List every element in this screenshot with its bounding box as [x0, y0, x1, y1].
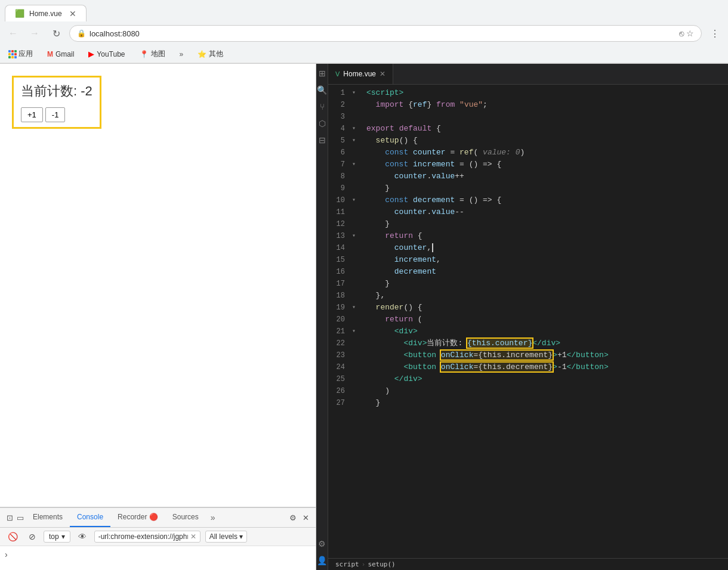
devtools-close-button[interactable]: ✕	[301, 512, 311, 524]
star-icon: ⭐	[198, 50, 206, 58]
bookmark-youtube[interactable]: ▶ YouTube	[85, 48, 128, 60]
share-icon: ⎋	[679, 29, 684, 38]
back-button[interactable]: ←	[5, 25, 21, 42]
tab-title: Home.vue	[29, 10, 62, 18]
console-content: ›	[0, 546, 316, 570]
tab-bar: 🟩 Home.vue ✕	[0, 0, 728, 21]
code-line-22: <div>当前计数: {this.counter}</div>	[364, 337, 728, 349]
code-line-20: return (	[364, 314, 728, 326]
vue-file-icon: V	[335, 70, 340, 78]
code-editor[interactable]: 12345 678910 1112131415 1617181920 21222…	[328, 85, 728, 558]
more-options-button[interactable]: ⋮	[707, 25, 723, 42]
tab-elements[interactable]: Elements	[26, 508, 70, 527]
counter-display-box: 当前计数: -2 +1 -1	[12, 76, 101, 129]
maps-icon: 📍	[140, 50, 149, 58]
eye-visibility-button[interactable]: 👁	[75, 530, 90, 543]
bookmark-maps[interactable]: 📍 地图	[136, 48, 169, 60]
reload-button[interactable]: ↻	[48, 25, 64, 42]
code-line-21: <div>	[364, 326, 728, 337]
devtools-more-tabs[interactable]: »	[206, 508, 220, 527]
code-line-12: }	[364, 218, 728, 230]
code-line-5: setup() {	[364, 135, 728, 147]
active-tab[interactable]: 🟩 Home.vue ✕	[5, 5, 87, 21]
bookmark-apps[interactable]: 应用	[5, 48, 36, 60]
editor-area: V Home.vue ✕ 12345 678910 1112131415 161…	[328, 64, 728, 570]
tab-close-btn[interactable]: ✕	[69, 9, 76, 18]
clear-console-button[interactable]: 🚫	[5, 530, 21, 543]
bookmark-icon: ☆	[686, 29, 694, 38]
debug-icon[interactable]: ⬡	[319, 119, 326, 128]
activity-bar: ⊞ 🔍 ⑂ ⬡ ⊟ ⚙ 👤	[316, 64, 328, 570]
tab-console[interactable]: Console	[70, 508, 110, 527]
code-line-4: export default {	[364, 123, 728, 135]
filter-input[interactable]	[98, 532, 188, 541]
nav-bar: ← → ↻ 🔒 localhost:8080 ⎋ ☆ ⋮	[0, 21, 728, 45]
levels-dropdown[interactable]: All levels ▾	[205, 531, 248, 543]
filter-icon-btn[interactable]: ⊘	[26, 530, 39, 543]
youtube-label: YouTube	[97, 50, 125, 58]
breadcrumb-setup: setup()	[368, 560, 395, 568]
other-label: 其他	[209, 49, 223, 59]
filter-clear-button[interactable]: ✕	[190, 532, 196, 541]
code-line-8: counter.value++	[364, 171, 728, 182]
browser-viewport: 当前计数: -2 +1 -1 ⊡ ▭ Elements Console	[0, 64, 316, 570]
main-area: 当前计数: -2 +1 -1 ⊡ ▭ Elements Console	[0, 64, 728, 570]
tab-recorder[interactable]: Recorder 🔴	[110, 508, 165, 527]
increment-button[interactable]: +1	[21, 107, 43, 122]
home-vue-tab-close[interactable]: ✕	[380, 70, 385, 78]
top-context-selector[interactable]: top ▾	[44, 531, 70, 543]
breadcrumb-separator: ›	[362, 560, 366, 568]
more-vert-icon: ⋮	[710, 28, 720, 39]
counter-label: 当前计数: -2	[21, 82, 92, 100]
share-icon-btn[interactable]: ⎋	[679, 29, 684, 38]
code-line-7: const increment = () => {	[364, 159, 728, 171]
home-vue-tab[interactable]: V Home.vue ✕	[328, 64, 393, 84]
bookmark-icon-btn[interactable]: ☆	[686, 29, 694, 38]
line-numbers: 12345 678910 1112131415 1617181920 21222…	[328, 85, 352, 558]
bookmarks-bar: 应用 M Gmail ▶ YouTube 📍 地图 » ⭐ 其他	[0, 45, 728, 63]
browser-chrome: 🟩 Home.vue ✕ ← → ↻ 🔒 localhost:8080 ⎋ ☆ …	[0, 0, 728, 64]
filter-input-container[interactable]: ✕	[94, 531, 200, 543]
code-line-15: increment,	[364, 254, 728, 266]
address-bar[interactable]: 🔒 localhost:8080 ⎋ ☆	[69, 25, 702, 42]
youtube-icon: ▶	[88, 49, 94, 58]
apps-label: 应用	[18, 49, 33, 59]
recorder-tab-label: Recorder 🔴	[118, 513, 158, 521]
inspect-element-button[interactable]: ⊡	[5, 512, 15, 524]
accounts-icon[interactable]: 👤	[317, 556, 327, 565]
top-label: top	[49, 532, 59, 541]
code-line-11: counter.value--	[364, 206, 728, 218]
gmail-label: Gmail	[55, 50, 74, 58]
code-line-1: <script>	[364, 87, 728, 99]
search-sidebar-icon[interactable]: 🔍	[317, 85, 327, 95]
decrement-button[interactable]: -1	[45, 107, 66, 122]
code-line-2: import {ref} from "vue";	[364, 99, 728, 111]
code-line-23: <button onClick={this.increment}>+1</but…	[364, 349, 728, 361]
extensions-icon[interactable]: ⊟	[319, 135, 326, 145]
vscode-panel: ⊞ 🔍 ⑂ ⬡ ⊟ ⚙ 👤 V Home.vue ✕	[316, 64, 728, 570]
counter-buttons: +1 -1	[21, 107, 92, 122]
code-line-16: decrement	[364, 266, 728, 278]
device-toggle-button[interactable]: ▭	[15, 512, 26, 524]
apps-grid-icon	[8, 50, 16, 58]
code-content: <script> import {ref} from "vue"; export…	[364, 85, 728, 558]
gutter: ▾ ▾▾ ▾ ▾ ▾ ▾ ▾	[352, 85, 364, 558]
devtools-settings-button[interactable]: ⚙	[288, 512, 298, 524]
forward-button[interactable]: →	[26, 25, 43, 42]
tab-sources[interactable]: Sources	[165, 508, 206, 527]
settings-sidebar-icon[interactable]: ⚙	[318, 539, 326, 549]
devtools-tabs: ⊡ ▭ Elements Console Recorder 🔴 Sources …	[0, 508, 316, 528]
gmail-icon: M	[47, 50, 53, 58]
code-line-24: <button onClick={this.decrement}>-1</but…	[364, 361, 728, 373]
code-line-3	[364, 111, 728, 123]
files-icon[interactable]: ⊞	[319, 69, 326, 78]
address-text: localhost:8080	[90, 29, 675, 38]
breadcrumb-script: script	[335, 560, 359, 568]
git-icon[interactable]: ⑂	[320, 102, 325, 111]
bookmark-gmail[interactable]: M Gmail	[44, 49, 78, 60]
bookmark-other[interactable]: ⭐ 其他	[194, 48, 227, 60]
back-icon: ←	[8, 28, 18, 39]
editor-tabs: V Home.vue ✕	[328, 64, 728, 85]
tab-favicon: 🟩	[15, 9, 24, 18]
bookmarks-more[interactable]: »	[176, 49, 187, 60]
